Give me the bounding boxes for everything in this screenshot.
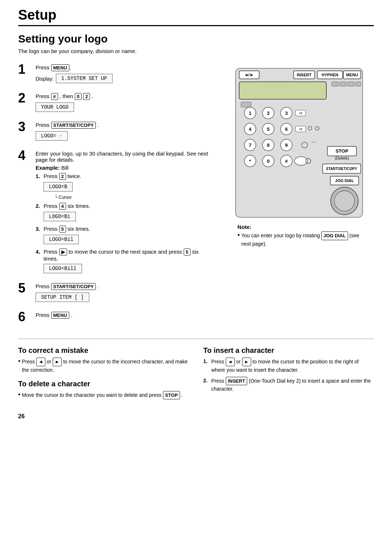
sub-step-1: 1. Press 2 twice.	[36, 173, 214, 180]
step-3: 3 Press START/SET/COPY . LOGO= ·	[18, 120, 214, 144]
sub-step-2-display: LOGO=Bi	[44, 212, 76, 221]
step-6-content: Press MENU .	[36, 310, 214, 321]
svg-text:#: #	[285, 158, 288, 164]
insert-step-1: 1. Press ◄ or ► to move the cursor to th…	[203, 358, 374, 374]
step-6-num: 6	[18, 310, 31, 323]
page-title: Setup	[18, 7, 374, 23]
step-5: 5 Press START/SET/COPY . SETUP ITEM [ ]	[18, 282, 214, 305]
section-subtitle: The logo can be your company, division o…	[18, 48, 374, 54]
step-4-example-value: Bill	[61, 165, 69, 171]
svg-text:⇒: ⇒	[299, 110, 302, 116]
svg-text:5: 5	[267, 126, 270, 132]
correct-key2: ►	[53, 358, 62, 366]
sub-step-2-key: 4	[59, 203, 66, 210]
step-2-2-key: 2	[83, 93, 90, 100]
sub-step-3-key: 5	[59, 226, 66, 233]
step-4-num: 4	[18, 149, 31, 162]
svg-rect-14	[356, 82, 361, 86]
step-1-display-label: Display:	[36, 76, 54, 82]
sub-step-4: 4. Press ▶ to move the cursor to the nex…	[36, 249, 214, 262]
step-3-text: Press	[36, 122, 51, 128]
step-4-content: Enter your logo, up to 30 characters, by…	[36, 149, 214, 277]
svg-text:◄/►: ◄/►	[244, 72, 254, 77]
delete-text: Move the cursor to the character you wan…	[22, 392, 163, 398]
right-column: HYPHEN ◄/► INSERT MENU	[225, 63, 374, 329]
note-jogdial-key: JOG DIAL	[321, 231, 348, 240]
device-diagram: HYPHEN ◄/► INSERT MENU	[234, 67, 364, 220]
sub-step-2: 2. Press 4 six times.	[36, 203, 214, 210]
step-2-content: Press # , then 0 2 . YOUR LOGO	[36, 92, 214, 115]
sub-step-1-display: LOGO=B	[44, 182, 73, 192]
step-4-text: Enter your logo, up to 30 characters, by…	[36, 150, 214, 163]
sub-step-4-display: LOGO=Bill	[44, 264, 82, 273]
svg-text:(Delete): (Delete)	[335, 156, 349, 160]
svg-rect-12	[340, 82, 346, 86]
step-5-content: Press START/SET/COPY . SETUP ITEM [ ]	[36, 282, 214, 305]
svg-text:3: 3	[285, 110, 288, 116]
svg-text:JOG DIAL: JOG DIAL	[335, 178, 354, 183]
step-2: 2 Press # , then 0 2 . YOUR LOGO	[18, 92, 214, 115]
bottom-left-column: To correct a mistake • Press ◄ or ► to m…	[18, 346, 189, 402]
sub-step-4-key: ▶	[59, 249, 67, 255]
svg-text:INSERT: INSERT	[297, 73, 312, 77]
step-1: 1 Press MENU. Display: 1.SYSTEM SET UP	[18, 63, 214, 86]
page-number: 26	[18, 413, 374, 420]
step-5-num: 5	[18, 282, 31, 295]
section-divider	[18, 339, 374, 339]
section-title: Setting your logo	[18, 33, 374, 45]
svg-rect-13	[348, 82, 354, 86]
svg-text:7: 7	[249, 142, 252, 148]
svg-text:⇒: ⇒	[299, 126, 302, 132]
correct-key1: ◄	[36, 358, 45, 366]
step-2-hash-key: #	[51, 93, 58, 100]
insert-step1-key1: ◄	[226, 358, 235, 366]
svg-rect-11	[332, 82, 338, 86]
step-4: 4 Enter your logo, up to 30 characters, …	[18, 149, 214, 277]
svg-text:⌒: ⌒	[310, 141, 317, 149]
svg-rect-10	[241, 102, 251, 107]
sub-step-4-key2: 5	[184, 249, 191, 255]
svg-text:STOP: STOP	[336, 148, 348, 154]
device-svg: HYPHEN ◄/► INSERT MENU	[234, 67, 364, 219]
sub-step-3: 3. Press 5 six times.	[36, 226, 214, 233]
step-2-text: Press	[36, 93, 51, 99]
step-1-num: 1	[18, 63, 31, 76]
step-2-num: 2	[18, 92, 31, 105]
page-header: Setup	[18, 7, 374, 26]
svg-text:4: 4	[249, 126, 252, 132]
step-3-display-value: LOGO= ·	[36, 131, 68, 141]
svg-point-56	[334, 191, 355, 211]
step-2-display-value: YOUR LOGO	[36, 102, 74, 112]
sub-step-3-display: LOGO=Bil	[44, 235, 79, 244]
step-1-display-value: 1.SYSTEM SET UP	[56, 74, 113, 83]
delete-title: To delete a character	[18, 380, 189, 388]
svg-text:6: 6	[285, 126, 288, 132]
step-6-menu-key: MENU	[51, 312, 69, 319]
bottom-right-column: To insert a character 1. Press ◄ or ► to…	[203, 346, 374, 402]
svg-text:0: 0	[267, 158, 270, 164]
steps-column: 1 Press MENU. Display: 1.SYSTEM SET UP 2…	[18, 63, 214, 329]
svg-text:9: 9	[285, 142, 288, 148]
svg-rect-9	[239, 82, 326, 99]
insert-step2-key: INSERT	[226, 377, 248, 386]
insert-step-2: 2. Press INSERT (One-Touch Dial key 2) t…	[203, 377, 374, 393]
step-5-startsetcopy-key: START/SET/COPY	[51, 283, 96, 290]
step-1-menu-key: MENU	[51, 64, 69, 71]
svg-text:START/SET/COPY: START/SET/COPY	[326, 167, 357, 171]
correct-bullet: • Press ◄ or ► to move the cursor to the…	[18, 358, 189, 374]
step-3-num: 3	[18, 120, 31, 133]
delete-stop-key: STOP	[163, 391, 180, 400]
step-4-example-label: Example:	[36, 165, 61, 171]
svg-text:8: 8	[267, 142, 270, 148]
note-text: You can enter your logo by rotating	[241, 233, 322, 238]
delete-bullet: • Move the cursor to the character you w…	[18, 391, 189, 400]
step-3-startsetcopy-key: START/SET/COPY	[51, 122, 96, 129]
step-3-content: Press START/SET/COPY . LOGO= ·	[36, 120, 214, 144]
svg-text:2: 2	[267, 110, 270, 116]
sub-step-1-key: 2	[59, 173, 66, 180]
bottom-sections: To correct a mistake • Press ◄ or ► to m…	[18, 346, 374, 402]
note-label: Note:	[237, 224, 251, 230]
svg-text:1: 1	[249, 110, 252, 116]
svg-text:MENU: MENU	[346, 73, 358, 77]
correct-title: To correct a mistake	[18, 346, 189, 355]
